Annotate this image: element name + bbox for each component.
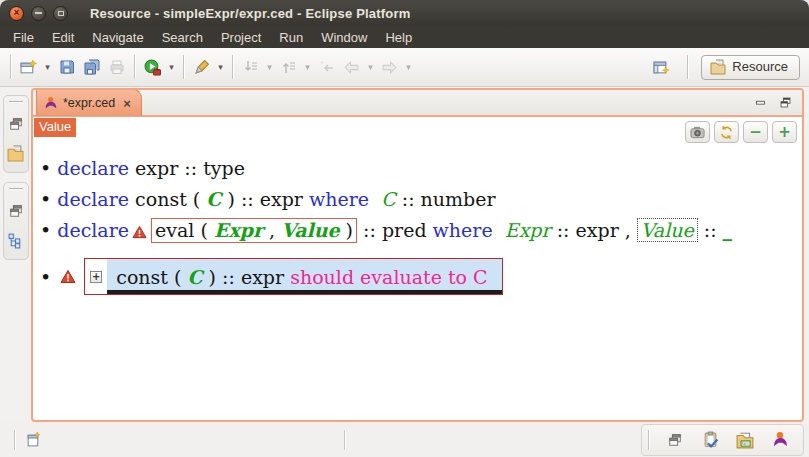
menu-project[interactable]: Project [212, 28, 270, 47]
decl-text [369, 188, 381, 210]
open-perspective-button[interactable] [649, 55, 674, 80]
forward-arrow-icon [381, 59, 398, 76]
restore-views-button[interactable] [664, 429, 686, 451]
print-icon [109, 59, 125, 75]
toolbar-separator [232, 55, 233, 79]
drag-handle[interactable] [9, 101, 23, 103]
declaration-line-3[interactable]: • declareeval ( Expr , Value ) :: pred w… [40, 216, 794, 244]
menu-edit[interactable]: Edit [43, 28, 83, 47]
ced-editor-canvas[interactable]: Value − + • declare expr :: type • decla… [33, 117, 802, 420]
drag-handle[interactable] [9, 188, 23, 190]
outline-icon [7, 232, 24, 249]
toolbar-separator [10, 55, 11, 79]
new-wizard-button[interactable] [16, 55, 41, 80]
resource-perspective-label: Resource [732, 59, 788, 74]
minimize-editor-button[interactable] [752, 96, 768, 110]
tab-expr-ced[interactable]: *expr.ced × [36, 89, 142, 116]
expand-toggle-icon[interactable]: + [90, 271, 102, 283]
fast-view-icon [25, 431, 42, 448]
refresh-button[interactable] [714, 121, 739, 143]
next-annotation-button [238, 55, 263, 80]
decl-text: const ( [129, 188, 206, 210]
menu-search[interactable]: Search [153, 28, 212, 47]
resource-perspective-icon [710, 59, 726, 75]
project-explorer-trim [3, 95, 29, 173]
snapshot-button[interactable] [685, 121, 710, 143]
menu-window[interactable]: Window [312, 28, 376, 47]
forward-button [377, 55, 402, 80]
save-button[interactable] [54, 55, 79, 80]
placeholder-hole[interactable]: _ [723, 219, 733, 241]
back-dropdown: ▾ [364, 55, 377, 80]
term-text: , [263, 219, 281, 241]
toolbar-separator [134, 55, 135, 79]
external-tools-dropdown[interactable]: ▾ [214, 55, 227, 80]
metavar-C: C [206, 188, 221, 210]
rule-note: should evaluate to C [290, 266, 487, 288]
declaration-line-2[interactable]: • declare const ( C ) :: expr where C ::… [40, 185, 794, 213]
run-icon [144, 59, 161, 76]
menu-file[interactable]: File [4, 28, 43, 47]
term-text: eval ( [155, 219, 214, 241]
value-hint-badge: Value [34, 118, 76, 137]
run-dropdown[interactable]: ▾ [165, 55, 178, 80]
tasks-view-button[interactable] [699, 429, 721, 451]
project-explorer-button[interactable] [7, 145, 25, 161]
rule-text: const ( [116, 266, 187, 288]
main-toolbar: ▾ ▾ ▾ ▾ ▾ ▾ [0, 48, 809, 87]
fast-view-button[interactable] [22, 429, 44, 451]
resource-perspective-button[interactable]: Resource [701, 55, 800, 80]
forward-dropdown: ▾ [402, 55, 415, 80]
window-maximize-button[interactable] [53, 6, 68, 21]
rule-line-4[interactable]: • +const ( C ) :: expr should evaluate t… [40, 258, 794, 295]
ced-file-icon [44, 96, 58, 110]
menu-navigate[interactable]: Navigate [83, 28, 152, 47]
tab-label: *expr.ced [63, 96, 115, 110]
menu-run[interactable]: Run [270, 28, 312, 47]
refresh-icon [719, 125, 734, 140]
next-annotation-icon [243, 59, 259, 75]
highlighted-rule: const ( C ) :: expr should evaluate to C [107, 259, 501, 294]
git-folder-icon: GIT [736, 431, 754, 449]
bullet: • [40, 188, 57, 210]
restore-view-button[interactable] [7, 203, 25, 219]
declaration-line-1[interactable]: • declare expr :: type [40, 154, 794, 182]
status-bar: GIT [0, 422, 809, 457]
pen-icon [193, 59, 210, 76]
editor-toolbar: − + [685, 121, 797, 143]
status-separator [648, 430, 649, 450]
project-explorer-icon [7, 145, 24, 162]
status-separator [14, 430, 15, 450]
bullet: • [40, 157, 57, 179]
metavar-Value: Value [281, 219, 339, 241]
editor-tab-bar: *expr.ced × [33, 90, 802, 117]
decl-text: :: [698, 219, 723, 241]
error-marked-term[interactable]: eval ( Expr , Value ) [151, 218, 357, 243]
decl-text: :: expr , [551, 219, 637, 241]
window-minimize-button[interactable] [31, 6, 46, 21]
collapse-button[interactable]: − [743, 121, 768, 143]
plus-icon: + [778, 125, 791, 140]
save-all-button[interactable] [79, 55, 104, 80]
run-button[interactable] [140, 55, 165, 80]
window-close-button[interactable]: × [9, 6, 24, 21]
selected-rule-box[interactable]: +const ( C ) :: expr should evaluate to … [84, 258, 502, 295]
left-trim-bar [0, 88, 31, 422]
rule-text: ) :: expr [203, 266, 291, 288]
maximize-editor-button[interactable] [777, 96, 793, 110]
expand-button[interactable]: + [772, 121, 797, 143]
external-tools-button[interactable] [189, 55, 214, 80]
ced-app-button[interactable] [769, 429, 791, 451]
menu-help[interactable]: Help [376, 28, 421, 47]
git-repositories-button[interactable]: GIT [734, 429, 756, 451]
restore-view-button[interactable] [7, 116, 25, 132]
titlebar: × Resource - simpleExpr/expr.ced - Eclip… [0, 0, 809, 26]
outline-view-button[interactable] [7, 232, 25, 248]
selected-slot-Value[interactable]: Value [637, 218, 698, 242]
open-perspective-icon [653, 59, 670, 76]
workbench-area: *expr.ced × Value [0, 88, 809, 422]
menubar: File Edit Navigate Search Project Run Wi… [0, 26, 809, 48]
new-wizard-dropdown[interactable]: ▾ [41, 55, 54, 80]
maximize-icon [779, 96, 792, 109]
tab-close-icon[interactable]: × [123, 97, 131, 110]
